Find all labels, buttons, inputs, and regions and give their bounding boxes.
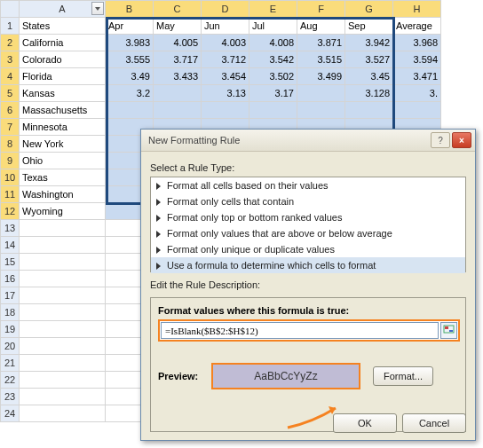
select-all-corner[interactable]	[1, 1, 20, 18]
cell[interactable]	[297, 102, 345, 119]
help-button[interactable]: ?	[431, 132, 450, 148]
cell[interactable]	[154, 102, 202, 119]
row-header[interactable]: 9	[1, 153, 20, 169]
rule-type-item[interactable]: Format only values that are above or bel…	[151, 225, 465, 241]
col-header-h[interactable]: H	[393, 1, 441, 18]
rule-type-item[interactable]: Format only unique or duplicate values	[151, 241, 465, 257]
col-header-d[interactable]: D	[202, 1, 249, 18]
col-header-c[interactable]: C	[154, 1, 202, 18]
col-header-g[interactable]: G	[345, 1, 393, 18]
col-header-a[interactable]: A	[20, 1, 106, 18]
header-cell[interactable]: Apr	[106, 18, 154, 35]
rule-type-item[interactable]: Format all cells based on their values	[151, 177, 465, 193]
cell[interactable]	[345, 102, 393, 119]
row-header[interactable]: 1	[1, 18, 20, 35]
cell[interactable]: 3.712	[202, 51, 249, 68]
rule-type-item[interactable]: Use a formula to determine which cells t…	[151, 257, 465, 273]
cell[interactable]	[20, 304, 106, 321]
cell[interactable]: 3.502	[249, 68, 297, 85]
cell[interactable]	[20, 220, 106, 237]
cell[interactable]	[297, 85, 345, 102]
row-header[interactable]: 2	[1, 35, 20, 51]
cell[interactable]: 4.005	[154, 35, 202, 51]
cell[interactable]: 3.942	[345, 35, 393, 51]
row-header[interactable]: 15	[1, 254, 20, 271]
row-header[interactable]: 24	[1, 405, 20, 422]
cell[interactable]	[249, 102, 297, 119]
row-header[interactable]: 12	[1, 203, 20, 220]
cell[interactable]	[20, 237, 106, 254]
row-header[interactable]: 7	[1, 119, 20, 136]
row-header[interactable]: 11	[1, 186, 20, 203]
row-header[interactable]: 13	[1, 220, 20, 237]
cell[interactable]	[20, 271, 106, 287]
cell[interactable]: 3.2	[106, 85, 154, 102]
cell[interactable]: 3.	[393, 85, 441, 102]
cell[interactable]	[106, 102, 154, 119]
row-header[interactable]: 23	[1, 389, 20, 405]
cell[interactable]: 3.968	[393, 35, 441, 51]
formula-input[interactable]	[161, 322, 439, 339]
cell[interactable]: 3.717	[154, 51, 202, 68]
dialog-titlebar[interactable]: New Formatting Rule ? ×	[141, 130, 475, 152]
cell[interactable]	[20, 372, 106, 389]
cell[interactable]: Massachusetts	[20, 102, 106, 119]
cell[interactable]: Texas	[20, 169, 106, 186]
cell[interactable]	[202, 102, 249, 119]
cell[interactable]	[20, 287, 106, 304]
row-header[interactable]: 8	[1, 136, 20, 153]
format-button[interactable]: Format...	[373, 366, 433, 386]
filter-dropdown-icon[interactable]	[91, 2, 104, 15]
row-header[interactable]: 17	[1, 287, 20, 304]
row-header[interactable]: 4	[1, 68, 20, 85]
header-cell[interactable]: Average	[393, 18, 441, 35]
cell[interactable]: Florida	[20, 68, 106, 85]
cell[interactable]	[393, 102, 441, 119]
cell[interactable]: 3.983	[106, 35, 154, 51]
row-header[interactable]: 10	[1, 169, 20, 186]
col-header-b[interactable]: B	[106, 1, 154, 18]
row-header[interactable]: 5	[1, 85, 20, 102]
cell[interactable]: 3.594	[393, 51, 441, 68]
cell[interactable]: 3.45	[345, 68, 393, 85]
header-cell[interactable]: Jun	[202, 18, 249, 35]
row-header[interactable]: 6	[1, 102, 20, 119]
rule-type-list[interactable]: Format all cells based on their values F…	[150, 177, 466, 272]
row-header[interactable]: 14	[1, 237, 20, 254]
row-header[interactable]: 18	[1, 304, 20, 321]
cell[interactable]: 3.555	[106, 51, 154, 68]
cell[interactable]: 3.499	[297, 68, 345, 85]
cell[interactable]: Kansas	[20, 85, 106, 102]
cell[interactable]: 3.542	[249, 51, 297, 68]
cell[interactable]	[154, 85, 202, 102]
ok-button[interactable]: OK	[333, 413, 397, 433]
rule-type-item[interactable]: Format only top or bottom ranked values	[151, 209, 465, 225]
cell[interactable]	[20, 338, 106, 355]
cell[interactable]: 3.515	[297, 51, 345, 68]
close-button[interactable]: ×	[452, 132, 471, 148]
cell[interactable]	[20, 405, 106, 422]
cell[interactable]: 3.871	[297, 35, 345, 51]
row-header[interactable]: 22	[1, 372, 20, 389]
cell[interactable]	[20, 321, 106, 338]
header-cell[interactable]: May	[154, 18, 202, 35]
cell[interactable]	[20, 389, 106, 405]
cell[interactable]: 4.008	[249, 35, 297, 51]
row-header[interactable]: 16	[1, 271, 20, 287]
cell[interactable]: 3.527	[345, 51, 393, 68]
range-selector-button[interactable]	[440, 322, 457, 339]
cell[interactable]	[20, 254, 106, 271]
header-cell[interactable]: Jul	[249, 18, 297, 35]
rule-type-item[interactable]: Format only cells that contain	[151, 193, 465, 209]
row-header[interactable]: 20	[1, 338, 20, 355]
cell[interactable]: 3.49	[106, 68, 154, 85]
row-header[interactable]: 21	[1, 355, 20, 372]
cell[interactable]: Ohio	[20, 153, 106, 169]
cell[interactable]	[20, 355, 106, 372]
cell[interactable]: 3.13	[202, 85, 249, 102]
col-header-f[interactable]: F	[297, 1, 345, 18]
cell[interactable]: New York	[20, 136, 106, 153]
cell[interactable]: Minnesota	[20, 119, 106, 136]
cell[interactable]: 3.17	[249, 85, 297, 102]
cell[interactable]: California	[20, 35, 106, 51]
